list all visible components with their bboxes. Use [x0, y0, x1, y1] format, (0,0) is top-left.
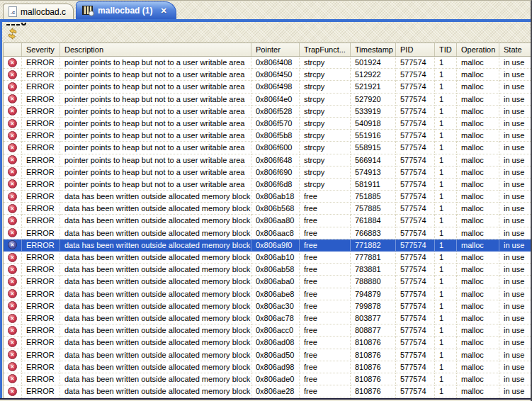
severity-icon-cell: ✕ [4, 94, 22, 106]
column-header-icon[interactable] [4, 43, 22, 56]
table-row[interactable]: ✕ ERROR pointer points to heap but not t… [4, 118, 531, 130]
table-row[interactable]: ✕ ERROR data has been written outside al… [4, 300, 531, 312]
cell-pid: 577574 [396, 264, 435, 276]
column-header-description[interactable]: Description [60, 43, 251, 56]
magnifier-icon-part [89, 11, 94, 16]
cell-trap-function: free [300, 324, 351, 337]
cell-description: data has been written outside allocated … [60, 312, 251, 324]
table-row[interactable]: ✕ ERROR pointer points to heap but not t… [4, 154, 531, 166]
column-header-timestamp[interactable]: Timestamp [351, 43, 396, 56]
cell-pointer: 0x806f498 [251, 81, 300, 93]
table-row[interactable]: ✕ ERROR pointer points to heap but not t… [4, 130, 531, 142]
cell-timestamp: 521921 [351, 81, 396, 93]
error-icon: ✕ [8, 362, 17, 371]
table-row[interactable]: ✕ ERROR data has been written outside al… [4, 227, 531, 239]
error-icon: ✕ [8, 94, 17, 103]
cell-pid: 577574 [396, 288, 435, 300]
column-header-severity[interactable]: Severity [22, 43, 60, 56]
cell-severity: ERROR [22, 312, 60, 324]
cell-state: in use [499, 130, 531, 142]
table-row[interactable]: ✕ ERROR data has been written outside al… [4, 337, 531, 349]
cell-operation: malloc [457, 227, 499, 239]
table-row[interactable]: ✕ ERROR pointer points to heap but not t… [4, 57, 531, 69]
cell-state: in use [499, 312, 531, 324]
cell-trap-function: strcpy [300, 106, 351, 118]
column-header-operation[interactable]: Operation [457, 43, 499, 56]
cell-timestamp: 810876 [351, 385, 396, 397]
cell-pointer: 0x806ad98 [251, 361, 300, 373]
cell-pointer: 0x806f690 [251, 166, 300, 179]
table-row[interactable]: ✕ ERROR pointer points to heap but not t… [4, 81, 531, 93]
cell-pointer: 0x806aa80 [251, 215, 300, 227]
severity-icon-cell: ✕ [4, 227, 22, 239]
tab-mallocbad-c[interactable]: .c mallocbad.c [3, 4, 74, 19]
cell-state: in use [499, 276, 531, 288]
cell-operation: malloc [457, 118, 499, 130]
cell-trap-function: free [300, 349, 351, 361]
error-icon: ✕ [8, 58, 17, 67]
column-header-trap-function[interactable]: TrapFunct... [300, 43, 351, 56]
column-header-pid[interactable]: PID [396, 43, 435, 56]
table-row[interactable]: ✕ ERROR data has been written outside al… [4, 361, 531, 373]
severity-icon-cell: ✕ [4, 106, 22, 118]
tab-mallocbad-1[interactable]: mallocbad (1) ✕ [76, 1, 176, 19]
table-row[interactable]: ✕ ERROR pointer points to heap but not t… [4, 166, 531, 179]
table-row[interactable]: ✕ ERROR data has been written outside al… [4, 239, 531, 252]
column-header-tid[interactable]: TID [435, 43, 457, 56]
table-row[interactable]: ✕ ERROR data has been written outside al… [4, 324, 531, 337]
cell-severity: ERROR [22, 94, 60, 106]
table-row[interactable]: ✕ ERROR data has been written outside al… [4, 373, 531, 385]
cell-trap-function: strcpy [300, 94, 351, 106]
severity-icon-cell: ✕ [4, 154, 22, 166]
cell-trap-function: free [300, 252, 351, 264]
cell-operation: malloc [457, 154, 499, 166]
cell-trap-function: free [300, 385, 351, 397]
cell-trap-function: free [300, 337, 351, 349]
close-icon[interactable]: ✕ [160, 6, 166, 16]
tab-label: mallocbad (1) [98, 6, 152, 16]
table-row[interactable]: ✕ ERROR pointer points to heap but not t… [4, 142, 531, 154]
swap-arrows-icon[interactable] [6, 27, 19, 40]
cell-trap-function: free [300, 264, 351, 276]
cell-severity: ERROR [22, 142, 60, 154]
table-row[interactable]: ✕ ERROR pointer points to heap but not t… [4, 106, 531, 118]
cell-timestamp: 794879 [351, 288, 396, 300]
cell-timestamp: 757885 [351, 203, 396, 215]
cell-pointer: 0x806ae28 [251, 385, 300, 397]
table-row[interactable]: ✕ ERROR data has been written outside al… [4, 264, 531, 276]
cell-operation: malloc [457, 142, 499, 154]
error-icon: ✕ [8, 265, 17, 274]
table-row[interactable]: ✕ ERROR data has been written outside al… [4, 203, 531, 215]
cell-pointer: 0x806f5b8 [251, 130, 300, 142]
severity-icon-cell: ✕ [4, 69, 22, 81]
table-row[interactable]: ✕ ERROR pointer points to heap but not t… [4, 179, 531, 191]
cell-pid: 577574 [396, 373, 435, 385]
column-header-state[interactable]: State [499, 43, 531, 56]
table-row[interactable]: ✕ ERROR data has been written outside al… [4, 312, 531, 324]
table-row[interactable]: ✕ ERROR data has been written outside al… [4, 252, 531, 264]
table-row[interactable]: ✕ ERROR data has been written outside al… [4, 288, 531, 300]
cell-description: data has been written outside allocated … [60, 288, 251, 300]
cell-operation: malloc [457, 215, 499, 227]
cell-pid: 577574 [396, 337, 435, 349]
cell-pointer: 0x806f6d8 [251, 179, 300, 191]
cell-trap-function: free [300, 361, 351, 373]
cell-description: pointer points to heap but not to a user… [60, 106, 251, 118]
cell-pid: 577574 [396, 300, 435, 312]
table-row[interactable]: ✕ ERROR data has been written outside al… [4, 385, 531, 397]
cell-tid: 1 [435, 300, 457, 312]
table-row[interactable]: ✕ ERROR data has been written outside al… [4, 349, 531, 361]
column-header-pointer[interactable]: Pointer [251, 43, 300, 56]
table-row[interactable]: ✕ ERROR data has been written outside al… [4, 191, 531, 203]
cell-operation: malloc [457, 69, 499, 81]
cell-tid: 1 [435, 203, 457, 215]
table-row[interactable]: ✕ ERROR pointer points to heap but not t… [4, 94, 531, 106]
table-row[interactable]: ✕ ERROR data has been written outside al… [4, 276, 531, 288]
cell-description: pointer points to heap but not to a user… [60, 154, 251, 166]
cell-trap-function: free [300, 288, 351, 300]
severity-icon-cell: ✕ [4, 385, 22, 397]
cell-state: in use [499, 349, 531, 361]
table-row[interactable]: ✕ ERROR pointer points to heap but not t… [4, 69, 531, 81]
table-row[interactable]: ✕ ERROR data has been written outside al… [4, 215, 531, 227]
cell-timestamp: 803877 [351, 312, 396, 324]
